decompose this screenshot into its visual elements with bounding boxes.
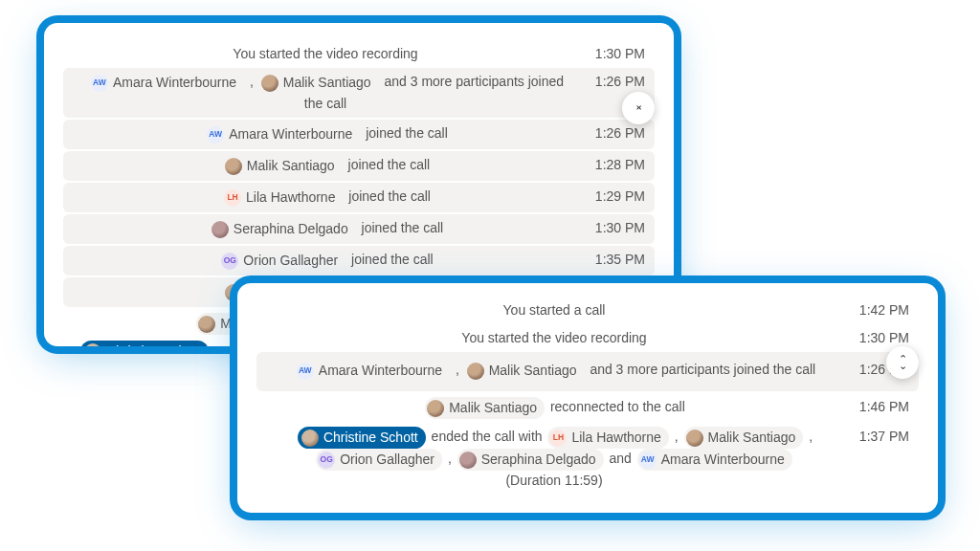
avatar — [225, 158, 242, 175]
participant-chip[interactable]: Malik Santiago — [223, 155, 343, 177]
participant-chip-self[interactable]: Christine Schott — [80, 341, 209, 346]
avatar: LH — [224, 189, 241, 207]
comma: , — [456, 362, 459, 377]
participant-chip[interactable]: OG Orion Gallagher — [316, 449, 442, 471]
event-row: Malik Santiago reconnected to the call 1… — [256, 393, 919, 423]
participant-chip[interactable]: Seraphina Delgado — [457, 449, 604, 471]
event-text: Seraphina Delgado joined the call — [69, 218, 582, 240]
participant-chip[interactable]: Malik Santiago — [465, 360, 585, 382]
event-suffix: joined the call — [348, 157, 431, 172]
event-row: Seraphina Delgado joined the call 1:30 P… — [63, 214, 655, 244]
avatar — [459, 452, 477, 469]
event-row: AW Amara Winterbourne , Malik Santiago a… — [63, 68, 655, 118]
avatar — [198, 316, 215, 333]
avatar — [212, 221, 229, 238]
event-time: 1:35 PM — [582, 250, 649, 270]
participant-chip[interactable]: AW Amara Winterbourne — [295, 360, 450, 382]
event-suffix: joined the call — [362, 220, 444, 235]
avatar — [467, 363, 484, 380]
collapse-toggle-button[interactable]: ⌄ ⌃ — [622, 92, 655, 124]
event-text: OG Orion Gallagher joined the call — [69, 250, 582, 272]
avatar: AW — [639, 452, 657, 469]
participant-chip[interactable]: LH Lila Hawthorne — [222, 187, 343, 209]
participant-chip[interactable]: Seraphina Delgado — [210, 218, 356, 240]
comma: , — [448, 451, 452, 466]
event-text: Malik Santiago reconnected to the call — [262, 397, 846, 419]
participant-chip[interactable]: LH Lila Hawthorne — [547, 427, 668, 449]
event-row: You started the video recording 1:30 PM — [63, 40, 655, 68]
participant-chip[interactable]: OG Orion Gallagher — [219, 250, 345, 272]
participant-name: Seraphina Delgado — [234, 219, 348, 239]
avatar — [301, 430, 319, 447]
comma: , — [675, 429, 679, 444]
chevron-up-icon: ⌃ — [635, 108, 643, 115]
comma: , — [250, 74, 254, 89]
avatar: LH — [549, 430, 567, 447]
participant-name: Lila Hawthorne — [571, 428, 660, 448]
participant-name: Malik Santiago — [247, 156, 335, 176]
event-time: 1:30 PM — [582, 44, 649, 64]
event-row: Christine Schott ended the call with LH … — [256, 423, 919, 495]
avatar: AW — [297, 363, 314, 380]
participant-name: Malik Santiago — [283, 73, 371, 93]
event-text: You started the video recording — [69, 44, 582, 64]
participant-chip[interactable]: AW Amara Winterbourne — [637, 449, 792, 471]
event-time: 1:26 PM — [582, 72, 649, 92]
participant-name: Amara Winterbourne — [229, 124, 352, 144]
participant-name: Christine Schott — [106, 342, 201, 346]
event-row: OG Orion Gallagher joined the call 1:35 … — [63, 246, 655, 276]
participant-chip-self[interactable]: Christine Schott — [298, 427, 426, 449]
event-row: Malik Santiago joined the call 1:28 PM — [63, 151, 655, 181]
participant-name: Malik Santiago — [449, 398, 537, 418]
avatar — [261, 75, 278, 92]
event-time: 1:46 PM — [846, 397, 913, 417]
event-text: AW Amara Winterbourne joined the call — [69, 123, 582, 145]
participant-name: Amara Winterbourne — [661, 450, 785, 470]
event-time: 1:42 PM — [846, 300, 913, 320]
event-text: AW Amara Winterbourne , Malik Santiago a… — [69, 72, 582, 114]
event-row: AW Amara Winterbourne joined the call 1:… — [63, 120, 655, 149]
event-suffix: joined the call — [348, 188, 431, 204]
event-row: You started the video recording 1:30 PM — [256, 324, 919, 352]
chevron-down-icon: ⌄ — [899, 363, 907, 369]
and-word: and — [609, 451, 631, 466]
participant-chip[interactable]: Malik Santiago — [425, 397, 545, 419]
event-row: You started a call 1:42 PM — [256, 297, 919, 324]
event-text: Christine Schott ended the call with LH … — [262, 427, 846, 491]
call-log-panel-collapsed: ⌃ ⌄ You started a call 1:42 PM You start… — [237, 283, 938, 513]
participant-chip[interactable]: AW Amara Winterbourne — [205, 123, 360, 145]
event-time: 1:37 PM — [846, 427, 913, 447]
event-text: LH Lila Hawthorne joined the call — [69, 187, 582, 209]
participant-chip[interactable]: Malik Santiago — [684, 427, 804, 449]
event-time: 1:28 PM — [582, 155, 649, 175]
comma: , — [809, 429, 813, 444]
participant-name: Amara Winterbourne — [113, 73, 236, 93]
avatar: OG — [221, 253, 238, 270]
participant-name: Lila Hawthorne — [246, 187, 335, 208]
participant-name: Malik Santiago — [708, 428, 796, 448]
event-row: AW Amara Winterbourne , Malik Santiago a… — [256, 352, 919, 391]
participant-name: Christine Schott — [323, 428, 418, 448]
event-suffix: joined the call — [351, 252, 434, 267]
expand-toggle-button[interactable]: ⌃ ⌄ — [886, 346, 919, 379]
participant-chip[interactable]: AW Amara Winterbourne — [89, 72, 244, 94]
participant-name: Malik Santiago — [489, 361, 577, 381]
participant-name: Orion Gallagher — [243, 251, 338, 271]
event-text: Malik Santiago joined the call — [69, 155, 582, 177]
event-time: 1:30 PM — [582, 218, 649, 238]
event-suffix: reconnected to the call — [550, 399, 685, 414]
avatar — [686, 430, 703, 447]
event-prefix: ended the call with — [432, 429, 543, 444]
participant-name: Seraphina Delgado — [481, 450, 596, 470]
participant-chip[interactable]: Malik Santiago — [259, 72, 379, 94]
event-time: 1:26 PM — [582, 123, 649, 143]
participant-name: Orion Gallagher — [340, 450, 434, 470]
avatar: AW — [207, 126, 224, 143]
avatar — [84, 343, 101, 347]
event-text: AW Amara Winterbourne , Malik Santiago a… — [262, 360, 846, 382]
duration-text: (Duration 11:59) — [505, 473, 602, 488]
avatar: OG — [318, 452, 335, 469]
event-text: You started the video recording — [262, 328, 846, 348]
avatar — [427, 400, 444, 417]
avatar: AW — [91, 75, 108, 92]
